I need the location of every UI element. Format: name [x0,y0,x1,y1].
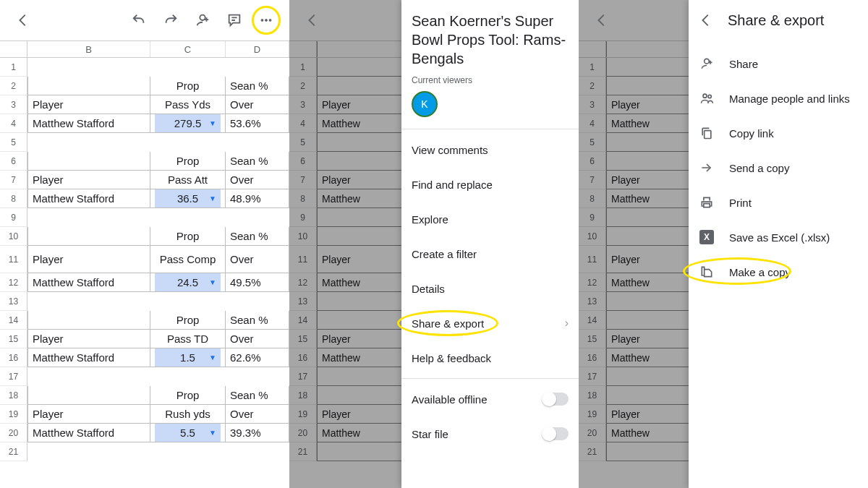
cell[interactable]: Prop [150,77,226,95]
cell[interactable]: Rush yds [150,405,226,424]
row-header[interactable]: 13 [0,292,27,311]
cell[interactable]: 48.9% [226,189,289,208]
row-header[interactable]: 11 [0,246,27,273]
cell[interactable]: Matthew Stafford [27,348,150,367]
cell[interactable]: 24.5▼ [150,273,226,292]
cell[interactable]: Pass Comp [150,246,226,273]
cell[interactable]: Over [226,330,289,348]
cell[interactable] [27,227,150,246]
menu-manage-people[interactable]: Manage people and links [689,81,868,116]
cell[interactable]: Matthew Stafford [27,273,150,292]
cell[interactable]: Matthew Stafford [27,189,150,208]
cell[interactable]: Prop [150,386,226,405]
row-header[interactable]: 17 [0,367,27,386]
viewer-avatar[interactable]: K [412,91,438,117]
cell[interactable]: Matthew Stafford [27,114,150,133]
row-header[interactable]: 10 [0,227,27,246]
menu-star-file[interactable]: Star file [401,416,579,451]
cell[interactable]: Player [27,95,150,114]
row-header[interactable]: 8 [0,189,27,208]
cell[interactable]: 53.6% [226,114,289,133]
menu-help-feedback[interactable]: Help & feedback [401,341,579,375]
row-header[interactable]: 5 [0,133,27,152]
comment-button[interactable] [220,6,249,35]
cell[interactable]: Pass Yds [150,95,226,114]
cell[interactable]: Over [226,95,289,114]
dropdown-arrow-icon[interactable]: ▼ [209,194,216,202]
cell[interactable]: Sean % [226,77,289,95]
cell[interactable]: Prop [150,227,226,246]
cell[interactable]: Player [27,405,150,424]
row-header[interactable]: 3 [0,95,27,114]
more-menu-button[interactable] [252,6,281,35]
cell[interactable]: 39.3% [226,424,289,442]
row-header[interactable]: 19 [0,405,27,424]
col-header-b[interactable]: B [27,41,150,57]
cell[interactable]: 36.5▼ [150,189,226,208]
cell[interactable] [27,77,150,95]
menu-send-copy[interactable]: Send a copy [689,150,868,185]
col-header-c[interactable]: C [150,41,226,57]
cell[interactable]: Over [226,246,289,273]
cell[interactable] [27,311,150,330]
redo-button[interactable] [156,6,185,35]
dropdown-arrow-icon[interactable]: ▼ [209,354,216,361]
cell[interactable]: Sean % [226,227,289,246]
col-header-d[interactable]: D [226,41,289,57]
menu-back-button[interactable] [696,12,716,28]
undo-button[interactable] [124,6,153,35]
star-toggle[interactable] [542,427,569,440]
menu-share-export[interactable]: Share & export› [401,306,579,341]
cell[interactable]: 5.5▼ [150,424,226,442]
menu-explore[interactable]: Explore [401,202,579,236]
menu-available-offline[interactable]: Available offline [401,382,579,416]
back-button[interactable] [587,6,616,35]
row-header[interactable]: 9 [0,208,27,227]
row-header[interactable]: 4 [0,114,27,133]
menu-details[interactable]: Details [401,271,579,306]
back-button[interactable] [9,6,38,35]
cell[interactable]: 62.6% [226,348,289,367]
add-person-button[interactable] [188,6,217,35]
row-header[interactable]: 6 [0,152,27,171]
cell[interactable] [27,386,150,405]
row-header[interactable]: 20 [0,424,27,442]
row-header[interactable]: 12 [0,273,27,292]
offline-toggle[interactable] [542,393,569,406]
row-header[interactable]: 1 [0,58,27,77]
row-header[interactable]: 21 [0,442,27,461]
menu-make-copy[interactable]: Make a copy [689,254,868,289]
cell[interactable]: 279.5▼ [150,114,226,133]
cell[interactable]: Over [226,171,289,189]
menu-create-filter[interactable]: Create a filter [401,236,579,271]
row-header[interactable]: 2 [0,77,27,95]
cell[interactable]: Prop [150,152,226,171]
menu-view-comments[interactable]: View comments [401,132,579,167]
menu-find-replace[interactable]: Find and replace [401,167,579,202]
menu-save-excel[interactable]: XSave as Excel (.xlsx) [689,220,868,254]
cell[interactable]: 49.5% [226,273,289,292]
cell[interactable]: Matthew Stafford [27,424,150,442]
dropdown-arrow-icon[interactable]: ▼ [209,278,216,286]
cell[interactable]: Over [226,405,289,424]
dropdown-arrow-icon[interactable]: ▼ [209,119,216,127]
row-header[interactable]: 18 [0,386,27,405]
row-header[interactable]: 16 [0,348,27,367]
row-header[interactable]: 15 [0,330,27,348]
cell[interactable]: 1.5▼ [150,348,226,367]
cell[interactable]: Pass Att [150,171,226,189]
row-header[interactable]: 7 [0,171,27,189]
cell[interactable]: Sean % [226,311,289,330]
menu-share[interactable]: Share [689,46,868,81]
cell[interactable]: Sean % [226,386,289,405]
cell[interactable]: Player [27,246,150,273]
cell[interactable] [27,152,150,171]
cell[interactable]: Player [27,330,150,348]
dropdown-arrow-icon[interactable]: ▼ [209,429,216,437]
row-header[interactable]: 14 [0,311,27,330]
menu-copy-link[interactable]: Copy link [689,116,868,150]
cell[interactable]: Sean % [226,152,289,171]
cell[interactable]: Pass TD [150,330,226,348]
cell[interactable]: Player [27,171,150,189]
menu-print[interactable]: Print [689,185,868,220]
